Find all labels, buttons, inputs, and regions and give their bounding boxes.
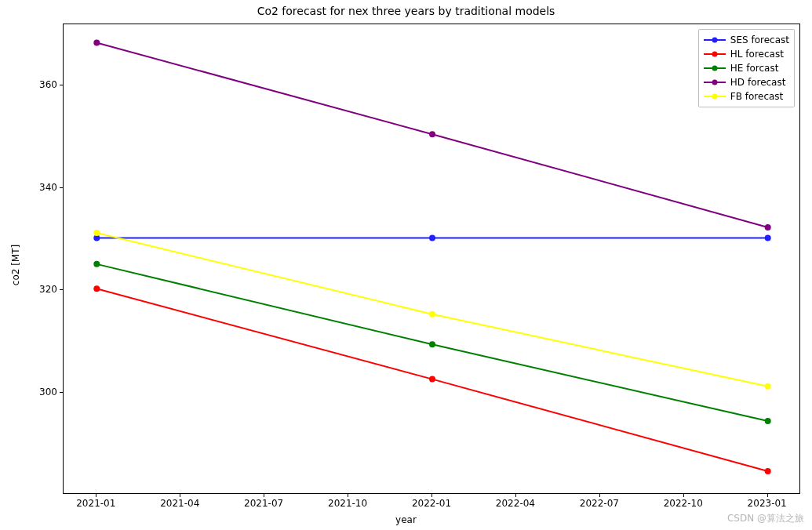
legend-label: SES forecast <box>730 34 789 45</box>
y-tick: 340 <box>10 182 57 193</box>
y-tick: 300 <box>10 387 57 398</box>
x-tick: 2023-01 <box>748 498 787 509</box>
legend-entry: HD forecast <box>704 75 789 89</box>
series-marker <box>429 311 435 318</box>
legend-swatch <box>704 34 726 45</box>
x-tick: 2021-01 <box>76 498 115 509</box>
plot-svg <box>64 24 799 493</box>
x-tick: 2022-07 <box>580 498 619 509</box>
series-marker <box>93 230 100 236</box>
legend-swatch <box>704 63 726 74</box>
series-marker <box>429 376 435 383</box>
series-marker <box>429 235 435 241</box>
legend-entry: FB forecast <box>704 89 789 103</box>
x-tick: 2021-10 <box>328 498 367 509</box>
chart-figure: Co2 forecast for nex three years by trad… <box>0 0 812 530</box>
legend-entry: SES forecast <box>704 33 789 47</box>
legend-swatch <box>704 49 726 60</box>
x-tick: 2021-07 <box>244 498 283 509</box>
legend-label: FB forecast <box>730 91 783 102</box>
legend-label: HL forecast <box>730 49 784 60</box>
x-axis-label: year <box>0 514 812 525</box>
x-tick: 2021-04 <box>160 498 199 509</box>
y-tick: 320 <box>10 284 57 295</box>
legend-label: HD forecast <box>730 77 786 88</box>
legend-entry: HE forcast <box>704 61 789 75</box>
series-marker <box>765 235 771 241</box>
series-marker <box>93 285 100 292</box>
series-marker <box>429 341 435 347</box>
series-line <box>96 233 767 387</box>
y-tick: 360 <box>10 79 57 90</box>
legend-label: HE forcast <box>730 63 779 74</box>
plot-area: SES forecastHL forecastHE forcastHD fore… <box>63 24 800 494</box>
chart-title: Co2 forecast for nex three years by trad… <box>0 5 812 17</box>
x-tick: 2022-01 <box>412 498 451 509</box>
x-tick: 2022-10 <box>664 498 703 509</box>
series-marker <box>765 224 771 231</box>
y-axis-label: co2 [MT] <box>10 245 21 285</box>
series-marker <box>765 383 771 390</box>
series-marker <box>93 39 100 45</box>
legend-swatch <box>704 77 726 88</box>
legend-entry: HL forecast <box>704 47 789 61</box>
x-tick: 2022-04 <box>496 498 535 509</box>
legend-swatch <box>704 91 726 102</box>
series-marker <box>765 468 771 474</box>
series-marker <box>93 261 100 267</box>
series-marker <box>429 131 435 137</box>
series-marker <box>765 418 771 424</box>
legend: SES forecastHL forecastHE forcastHD fore… <box>698 29 795 107</box>
